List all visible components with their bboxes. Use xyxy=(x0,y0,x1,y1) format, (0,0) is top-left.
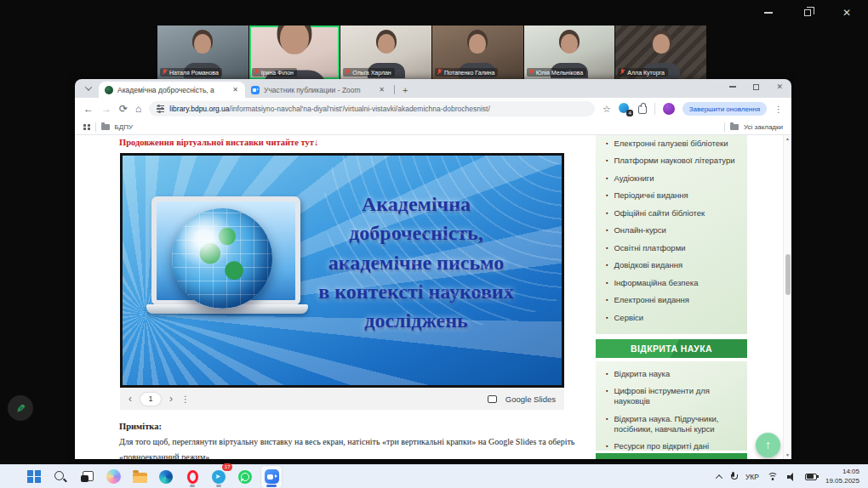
home-icon[interactable]: ⌂ xyxy=(135,104,141,114)
sidebar-item-label: Відкрита наука xyxy=(614,369,670,379)
profile-avatar[interactable] xyxy=(663,103,675,115)
scroll-to-top-button[interactable]: ↑ xyxy=(756,433,780,457)
scroll-up-icon[interactable]: ▲ xyxy=(784,137,791,141)
sidebar-item[interactable]: ▪Цифрові інструменти для науковців xyxy=(606,386,742,406)
taskbar-item-telegram[interactable]: ➤ 17 xyxy=(208,466,229,488)
close-icon[interactable]: ✕ xyxy=(776,82,783,91)
google-slides-embed[interactable]: Академічна доброчесність, академічне пис… xyxy=(120,153,564,410)
participant-name-tag: Наталя Романова xyxy=(160,68,222,77)
bullet-icon: ▪ xyxy=(606,369,608,379)
sidebar-item[interactable]: ▪Сервіси xyxy=(606,313,742,323)
open-science-section-header[interactable]: ВІДКРИТА НАУКА xyxy=(596,339,747,358)
slides-menu-icon[interactable]: ⋮ xyxy=(181,394,190,404)
sidebar-item[interactable]: ▪Відкрита наука xyxy=(606,369,742,379)
sidebar-item[interactable]: ▪Освітні платформи xyxy=(606,243,742,253)
note-text: Для того щоб, переглянути віртуальну вис… xyxy=(119,434,585,459)
taskbar-item-copilot[interactable] xyxy=(103,466,123,488)
paper-plane-icon: ➤ xyxy=(215,473,221,480)
sidebar-item-label: Інформаційна безпека xyxy=(614,278,698,288)
sidebar-item[interactable]: ▪Платформи наукової літератури xyxy=(606,156,742,166)
restore-icon[interactable] xyxy=(753,84,759,90)
tab-library-page[interactable]: Академічна доброчесність, а ✕ xyxy=(99,82,245,98)
bullet-icon: ▪ xyxy=(606,386,608,406)
finish-update-button[interactable]: Завершити оновлення xyxy=(682,102,767,116)
apps-grid-icon[interactable] xyxy=(83,124,90,131)
restore-icon[interactable] xyxy=(798,7,817,19)
browser-menu-icon[interactable]: ⋮ xyxy=(774,105,783,114)
tab-close-icon[interactable]: ✕ xyxy=(378,86,385,94)
sidebar-item[interactable]: ▪Електронні галузеві бібліотеки xyxy=(606,139,742,149)
participant-tile[interactable]: Наталя Романова xyxy=(157,26,248,79)
bullet-icon: ▪ xyxy=(606,208,608,218)
tab-close-icon[interactable]: ✕ xyxy=(231,86,239,94)
wifi-icon[interactable] xyxy=(768,473,779,481)
taskbar-item-start[interactable] xyxy=(24,466,44,488)
tab-zoom-page[interactable]: Участник публикации - Zoom ✕ xyxy=(245,82,391,98)
annotate-button[interactable]: ✎ xyxy=(8,395,33,421)
participant-tile-active-speaker[interactable]: Ірина Філон xyxy=(249,26,340,79)
taskbar-item-file-explorer[interactable] xyxy=(129,466,150,488)
bookmark-star-icon[interactable]: ☆ xyxy=(602,104,611,115)
taskbar-item-search[interactable] xyxy=(50,466,71,488)
taskbar-item-whatsapp[interactable] xyxy=(235,466,255,488)
taskbar-item-edge[interactable] xyxy=(156,466,176,488)
scroll-down-icon[interactable]: ▼ xyxy=(784,453,791,457)
extensions-puzzle-icon[interactable] xyxy=(638,105,647,114)
folder-icon xyxy=(730,124,739,130)
tab-separator xyxy=(394,85,395,94)
telegram-icon: ➤ xyxy=(212,470,226,484)
muted-mic-icon xyxy=(163,69,167,76)
url-host: library.bdpu.org.ua xyxy=(169,105,229,113)
close-icon[interactable]: ✕ xyxy=(837,7,856,19)
sidebar-item[interactable]: ▪Відкрита наука. Підручники, посібники, … xyxy=(606,414,742,434)
slide-title-line: академічне письмо xyxy=(276,248,557,277)
google-slides-label[interactable]: Google Slides xyxy=(505,394,556,404)
reload-icon[interactable]: ⟳ xyxy=(119,104,128,114)
taskbar-item-opera[interactable] xyxy=(182,466,203,488)
clock-date: 19.05.2025 xyxy=(825,477,859,486)
next-slide-icon[interactable]: › xyxy=(169,393,173,405)
continue-exhibition-link[interactable]: Продовження віртуальної виставки читайте… xyxy=(119,138,318,147)
url-text[interactable]: library.bdpu.org.ua/informatsiyno-navcha… xyxy=(169,105,490,113)
forward-icon[interactable]: → xyxy=(101,104,111,114)
bullet-icon: ▪ xyxy=(606,260,608,270)
microphone-icon[interactable] xyxy=(730,472,737,482)
sidebar-item[interactable]: ▪Аудіокниги xyxy=(606,173,742,184)
extension-with-badge-icon[interactable]: 4 xyxy=(619,103,631,115)
sidebar-item[interactable]: ▪Онлайн-курси xyxy=(606,225,742,235)
page-scrollbar[interactable]: ▲ ▼ xyxy=(783,135,791,459)
address-bar[interactable]: library.bdpu.org.ua/informatsiyno-navcha… xyxy=(149,101,595,116)
minimize-icon[interactable] xyxy=(729,86,736,88)
sidebar-item[interactable]: ▪Електронні видання xyxy=(606,295,742,305)
sidebar-item[interactable]: ▪Офіційні сайти бібліотек xyxy=(606,208,742,218)
taskbar-item-zoom[interactable] xyxy=(261,466,282,488)
sidebar-item[interactable]: ▪Інформаційна безпека xyxy=(606,278,742,288)
participant-tile[interactable]: Юлія Мельнікова xyxy=(524,26,615,79)
bullet-icon: ▪ xyxy=(606,190,608,201)
copilot-icon xyxy=(106,469,121,484)
bookmarks-divider xyxy=(95,122,96,132)
sidebar-item[interactable]: ▪Довідкові видання xyxy=(606,260,742,270)
participant-name: Ірина Філон xyxy=(261,70,294,76)
taskbar-item-task-view[interactable] xyxy=(77,466,97,488)
back-icon[interactable]: ← xyxy=(83,104,94,114)
new-tab-button[interactable]: + xyxy=(403,85,408,95)
site-info-icon[interactable] xyxy=(157,105,164,112)
tab-search-icon[interactable] xyxy=(82,82,95,95)
minimize-icon[interactable] xyxy=(759,7,778,19)
language-indicator[interactable]: УКР xyxy=(745,473,759,481)
taskbar-clock[interactable]: 14:05 19.05.2025 xyxy=(825,468,859,486)
battery-icon[interactable] xyxy=(805,474,817,480)
participant-tile[interactable]: Ольга Харлан xyxy=(340,26,431,79)
sidebar-item[interactable]: ▪Ресурси про відкриті дані xyxy=(606,441,742,451)
scrollbar-thumb[interactable] xyxy=(785,254,791,295)
participant-tile[interactable]: Алла Куторга xyxy=(615,26,706,79)
previous-slide-icon[interactable]: ‹ xyxy=(128,393,132,405)
hidden-icons-chevron-icon[interactable] xyxy=(716,474,722,481)
speaker-icon[interactable] xyxy=(787,473,797,481)
bookmark-folder-bdpu[interactable]: БДПУ xyxy=(115,123,134,131)
zoom-app-icon xyxy=(265,469,279,484)
sidebar-item[interactable]: ▪Періодичні видання xyxy=(606,190,742,201)
participant-tile[interactable]: Потапенко Галина xyxy=(432,26,523,79)
all-bookmarks-button[interactable]: Усі закладки xyxy=(744,123,783,131)
